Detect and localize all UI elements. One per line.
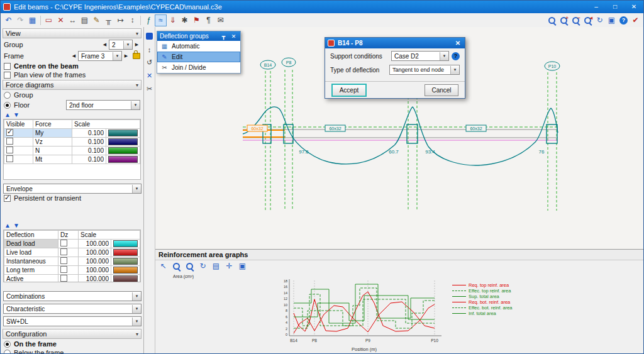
force-diagrams-icon[interactable]: ƒ <box>143 14 155 26</box>
zoom-previous-icon[interactable]: ◂ <box>582 14 594 26</box>
tools-icon[interactable]: ✱ <box>179 14 191 26</box>
zoom-window-icon[interactable] <box>546 14 558 26</box>
export-icon[interactable]: ▣ <box>236 260 248 272</box>
depth-icon[interactable]: ↕ <box>126 14 138 26</box>
move-beam-icon[interactable]: ↔ <box>67 14 79 26</box>
deflection-type-select[interactable]: Tangent to end node ▾ <box>389 65 460 75</box>
group-next-button[interactable]: ▶ <box>133 41 140 49</box>
group-select[interactable]: 2 ▾ <box>109 40 133 50</box>
help-icon[interactable]: ? <box>452 52 460 60</box>
swdl-select[interactable]: SW+DL ▾ <box>3 316 142 326</box>
color-swatch[interactable] <box>108 156 138 163</box>
spans-icon[interactable]: ↦ <box>114 14 126 26</box>
column-bubble[interactable]: P8 <box>282 58 296 67</box>
combinations-select[interactable]: Combinations ▾ <box>3 291 142 301</box>
table-row[interactable]: Instantaneous 100.000 <box>4 257 140 266</box>
select-icon[interactable]: ↖ <box>157 260 169 272</box>
redraw-icon[interactable]: ↻ <box>594 14 606 26</box>
beam-size-label[interactable]: 60x32 <box>325 125 345 131</box>
move-up-icon[interactable]: ▲ <box>4 111 11 118</box>
palette-item-edit[interactable]: ✎ Edit <box>157 52 240 62</box>
table-row[interactable]: Live load 100.000 <box>4 248 140 257</box>
deflection-groups-icon[interactable]: ≈ <box>155 14 167 26</box>
plan-view-option[interactable]: Plan view of the frames <box>3 70 142 79</box>
configuration-section-header[interactable]: Configuration ▾ <box>3 329 142 339</box>
floor-select[interactable]: 2nd floor ▾ <box>66 100 140 110</box>
beam-drawing-canvas[interactable]: B14 P8 P9 P10 97.6 60.7 93.4 76 <box>155 27 644 249</box>
table-row[interactable]: My 0.100 <box>4 129 140 138</box>
table-row[interactable]: N 0.100 <box>4 147 140 155</box>
visible-checkbox[interactable] <box>6 129 13 136</box>
pan-icon[interactable]: ✛ <box>223 260 235 272</box>
palette-item-automatic[interactable]: ▦ Automatic <box>157 41 240 52</box>
delete-tool-icon[interactable]: ✕ <box>144 70 155 81</box>
group-prev-button[interactable]: ◀ <box>101 41 108 49</box>
on-frame-option[interactable]: On the frame <box>3 340 142 348</box>
dialog-title-bar[interactable]: B14 - P8 ✕ <box>325 38 465 48</box>
close-button[interactable]: ✕ <box>625 1 643 13</box>
loads-icon[interactable]: ⇓ <box>167 14 179 26</box>
supports-icon[interactable]: ╥ <box>103 14 114 26</box>
pin-icon[interactable]: ┳ <box>219 33 228 40</box>
persistent-option[interactable]: Persistent or transient <box>3 194 142 202</box>
zoom-window-icon[interactable] <box>170 260 182 272</box>
confirm-icon[interactable]: ✔ <box>630 14 641 26</box>
envelope-select[interactable]: Envelope ▾ <box>3 184 142 194</box>
color-swatch[interactable] <box>113 267 138 274</box>
maximize-button[interactable]: □ <box>606 1 625 13</box>
dz-checkbox[interactable] <box>60 266 67 273</box>
redo-icon[interactable]: ↷ <box>14 14 26 26</box>
table-row[interactable]: Active 100.000 <box>4 275 140 283</box>
below-frame-option[interactable]: Below the frame <box>3 348 142 353</box>
table-row[interactable]: Vz 0.100 <box>4 138 140 147</box>
depth-tool-icon[interactable]: ↕ <box>144 44 155 55</box>
visible-checkbox[interactable] <box>6 147 13 153</box>
active-layer-icon[interactable] <box>144 31 155 41</box>
scope-group-option[interactable]: Group <box>3 91 142 99</box>
centre-on-beam-option[interactable]: Centre on the beam <box>3 62 142 70</box>
frame-prev-button[interactable]: ◀ <box>70 52 77 60</box>
plan-view-checkbox[interactable] <box>4 72 11 79</box>
divide-tool-icon[interactable]: ✂ <box>144 84 155 94</box>
persistent-checkbox[interactable] <box>4 195 11 202</box>
dz-checkbox[interactable] <box>60 240 67 246</box>
minimize-button[interactable]: – <box>587 1 606 13</box>
annotate-icon[interactable]: ¶ <box>203 14 214 26</box>
color-swatch[interactable] <box>113 258 138 265</box>
frame-next-button[interactable]: ▶ <box>123 52 130 60</box>
visible-checkbox[interactable] <box>6 138 13 145</box>
visible-checkbox[interactable] <box>6 155 13 162</box>
scope-group-radio[interactable] <box>4 92 11 99</box>
below-frame-radio[interactable] <box>4 350 11 354</box>
zoom-icon[interactable] <box>184 260 196 272</box>
delete-beam-icon[interactable]: ✕ <box>55 14 67 26</box>
cancel-button[interactable]: Cancel <box>425 84 458 96</box>
undo-icon[interactable]: ↶ <box>3 14 14 26</box>
zoom-out-icon[interactable]: − <box>570 14 582 26</box>
on-frame-radio[interactable] <box>4 341 11 348</box>
close-icon[interactable]: ✕ <box>230 33 238 40</box>
beam-size-label[interactable]: 60x32 <box>247 125 267 131</box>
print-icon[interactable]: ▤ <box>210 260 222 272</box>
accept-button[interactable]: Accept <box>331 84 367 97</box>
scope-floor-radio[interactable] <box>4 102 11 109</box>
dz-checkbox[interactable] <box>60 248 67 255</box>
lock-icon[interactable] <box>133 53 140 59</box>
save-icon[interactable]: ▦ <box>26 14 38 26</box>
zoom-in-icon[interactable]: + <box>558 14 570 26</box>
color-swatch[interactable] <box>113 240 138 247</box>
match-beam-icon[interactable]: ✎ <box>91 14 103 26</box>
color-swatch[interactable] <box>108 130 138 136</box>
insert-beam-icon[interactable]: ▭ <box>43 14 55 26</box>
color-swatch[interactable] <box>113 249 138 256</box>
view-section-header[interactable]: View ▾ <box>3 28 142 38</box>
full-view-icon[interactable]: ▣ <box>606 14 618 26</box>
centre-on-beam-checkbox[interactable] <box>4 63 11 70</box>
close-icon[interactable]: ✕ <box>453 40 462 47</box>
move-up-icon[interactable]: ▲ <box>4 222 11 229</box>
palette-item-join-divide[interactable]: ✂ Join / Divide <box>157 62 240 73</box>
color-swatch[interactable] <box>108 147 138 154</box>
report-icon[interactable]: ✉ <box>214 14 226 26</box>
alerts-icon[interactable]: ⚑ <box>191 14 203 26</box>
dz-checkbox[interactable] <box>60 275 67 282</box>
